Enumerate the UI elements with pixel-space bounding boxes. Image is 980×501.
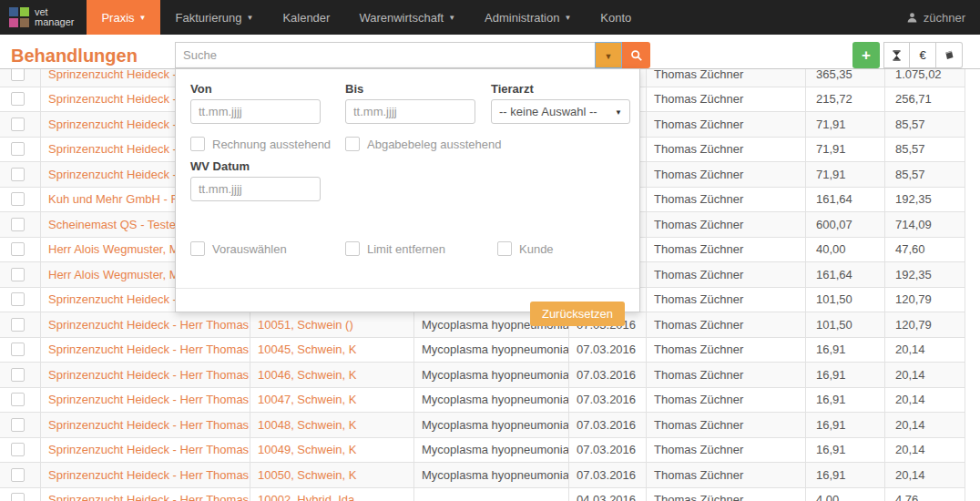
row-checkbox[interactable]: [11, 292, 25, 306]
animal-link[interactable]: 10002, Hybrid, Ida: [250, 488, 414, 501]
caret-down-icon: ▼: [139, 15, 147, 22]
customer-link[interactable]: Sprinzenzucht Heideck - Herr Thomas Züch…: [41, 338, 250, 363]
vet-cell: Thomas Züchner: [647, 438, 806, 463]
vet-cell: Thomas Züchner: [647, 68, 806, 87]
von-date-input[interactable]: [190, 99, 321, 124]
net-amount-cell: 215,72: [806, 87, 885, 112]
date-cell: 07.03.2016: [569, 388, 647, 413]
animal-link[interactable]: 10047, Schwein, K: [250, 388, 414, 413]
tierarzt-select[interactable]: -- keine Auswahl -- ▼: [491, 99, 630, 124]
add-treatment-button[interactable]: +: [852, 42, 880, 68]
customer-link[interactable]: Sprinzenzucht Heideck - Herr Thomas Züch…: [41, 438, 250, 463]
animal-link[interactable]: 10046, Schwein, K: [250, 363, 414, 387]
table-row[interactable]: Sprinzenzucht Heideck - Herr Thomas Züch…: [0, 388, 965, 414]
gross-amount-cell: 20,14: [885, 438, 965, 463]
table-row[interactable]: Sprinzenzucht Heideck - Herr Thomas Züch…: [0, 312, 965, 338]
search-filter-panel: Von Bis Tierarzt -- keine Auswahl -- ▼ R…: [175, 68, 640, 312]
date-cell: 07.03.2016: [569, 413, 647, 437]
nav-item-konto[interactable]: Konto: [586, 0, 646, 35]
nav-item-warenwirtschaft[interactable]: Warenwirtschaft ▼: [344, 0, 470, 35]
vorauswaehlen-checkbox[interactable]: [190, 241, 205, 256]
row-checkbox[interactable]: [11, 68, 25, 81]
abgabebeleg-ausstehend-checkbox[interactable]: [345, 137, 360, 151]
action-buttons: + €: [852, 42, 963, 68]
row-checkbox[interactable]: [11, 268, 25, 281]
animal-link[interactable]: 10049, Schwein, K: [250, 438, 414, 463]
animal-link[interactable]: 10045, Schwein, K: [250, 338, 414, 363]
billing-button[interactable]: €: [910, 42, 936, 68]
diagnosis-cell: Mycoplasma hyopneumoniae: [414, 463, 569, 487]
vet-cell: Thomas Züchner: [647, 138, 806, 162]
animal-link[interactable]: 10050, Schwein, K: [250, 463, 414, 487]
rechnung-ausstehend-checkbox-row: Rechnung ausstehend: [190, 137, 331, 151]
search-button[interactable]: [622, 42, 650, 68]
customer-link[interactable]: Sprinzenzucht Heideck - Herr Thomas Züch…: [41, 363, 250, 387]
search-filter-toggle-button[interactable]: ▼: [595, 42, 622, 68]
row-checkbox[interactable]: [11, 218, 25, 231]
row-checkbox[interactable]: [11, 118, 25, 131]
nav-item-praxis[interactable]: Praxis ▼: [87, 0, 160, 35]
bis-label: Bis: [345, 82, 363, 96]
rechnung-ausstehend-checkbox[interactable]: [190, 137, 205, 151]
net-amount-cell: 71,91: [806, 112, 885, 137]
wv-datum-input[interactable]: [190, 177, 321, 201]
table-row[interactable]: Sprinzenzucht Heideck - Herr Thomas Züch…: [0, 338, 965, 363]
row-checkbox[interactable]: [11, 142, 25, 156]
row-checkbox[interactable]: [11, 192, 25, 206]
diagnosis-cell: Mycoplasma hyopneumoniae: [414, 388, 569, 413]
net-amount-cell: 101,50: [806, 312, 885, 337]
table-row[interactable]: Sprinzenzucht Heideck - Herr Thomas Züch…: [0, 488, 965, 501]
customer-link[interactable]: Sprinzenzucht Heideck - Herr Thomas Züch…: [41, 463, 250, 487]
table-row[interactable]: Sprinzenzucht Heideck - Herr Thomas Züch…: [0, 363, 965, 388]
vet-cell: Thomas Züchner: [647, 87, 806, 112]
user-name: züchner: [924, 11, 965, 25]
date-cell: 07.03.2016: [569, 338, 647, 363]
caret-down-icon: ▼: [448, 15, 455, 22]
row-checkbox[interactable]: [11, 92, 25, 106]
gross-amount-cell: 20,14: [885, 463, 965, 487]
customer-link[interactable]: Sprinzenzucht Heideck - Herr Thomas Züch…: [41, 388, 250, 413]
limit-entfernen-checkbox[interactable]: [345, 241, 360, 256]
table-row[interactable]: Sprinzenzucht Heideck - Herr Thomas Züch…: [0, 463, 965, 488]
animal-link[interactable]: 10048, Schwein, K: [250, 413, 414, 437]
vet-cell: Thomas Züchner: [647, 262, 806, 287]
animal-link[interactable]: 10051, Schwein (): [250, 312, 414, 337]
table-row[interactable]: Sprinzenzucht Heideck - Herr Thomas Züch…: [0, 413, 965, 438]
row-checkbox[interactable]: [11, 168, 25, 181]
vet-cell: Thomas Züchner: [647, 162, 806, 187]
gross-amount-cell: 20,14: [885, 338, 965, 363]
row-checkbox[interactable]: [11, 368, 25, 382]
customer-link[interactable]: Sprinzenzucht Heideck - Herr Thomas Züch…: [41, 488, 250, 501]
vetmanager-logo[interactable]: vet manager: [0, 0, 87, 35]
gross-amount-cell: 120,79: [885, 288, 965, 312]
gross-amount-cell: 1.075,02: [885, 68, 965, 87]
row-checkbox[interactable]: [11, 242, 25, 256]
euro-icon: €: [919, 48, 925, 62]
nav-item-kalender[interactable]: Kalender: [268, 0, 344, 35]
kunde-checkbox[interactable]: [497, 241, 512, 256]
row-checkbox[interactable]: [11, 418, 25, 432]
date-cell: 07.03.2016: [569, 463, 647, 487]
row-checkbox[interactable]: [11, 493, 25, 501]
net-amount-cell: 101,50: [806, 288, 885, 312]
customer-link[interactable]: Sprinzenzucht Heideck - Herr Thomas Züch…: [41, 413, 250, 437]
row-checkbox[interactable]: [11, 318, 25, 332]
diagnosis-cell: Mycoplasma hyopneumoniae: [414, 413, 569, 437]
pending-button[interactable]: [883, 42, 910, 68]
row-checkbox[interactable]: [11, 393, 25, 406]
search-input[interactable]: [175, 42, 595, 68]
row-checkbox[interactable]: [11, 443, 25, 456]
net-amount-cell: 161,64: [806, 262, 885, 287]
table-row[interactable]: Sprinzenzucht Heideck - Herr Thomas Züch…: [0, 438, 965, 464]
journal-button[interactable]: [936, 42, 963, 68]
nav-item-administration[interactable]: Administration ▼: [470, 0, 586, 35]
bis-date-input[interactable]: [345, 99, 475, 124]
reset-button[interactable]: Zurücksetzen: [530, 302, 625, 326]
row-checkbox[interactable]: [11, 343, 25, 356]
user-menu[interactable]: züchner: [906, 0, 980, 35]
customer-link[interactable]: Sprinzenzucht Heideck - Herr Thomas Züch…: [41, 312, 250, 337]
gross-amount-cell: 47,60: [885, 238, 965, 262]
net-amount-cell: 16,91: [806, 338, 885, 363]
row-checkbox[interactable]: [11, 468, 25, 482]
nav-item-fakturierung[interactable]: Fakturierung ▼: [160, 0, 268, 35]
